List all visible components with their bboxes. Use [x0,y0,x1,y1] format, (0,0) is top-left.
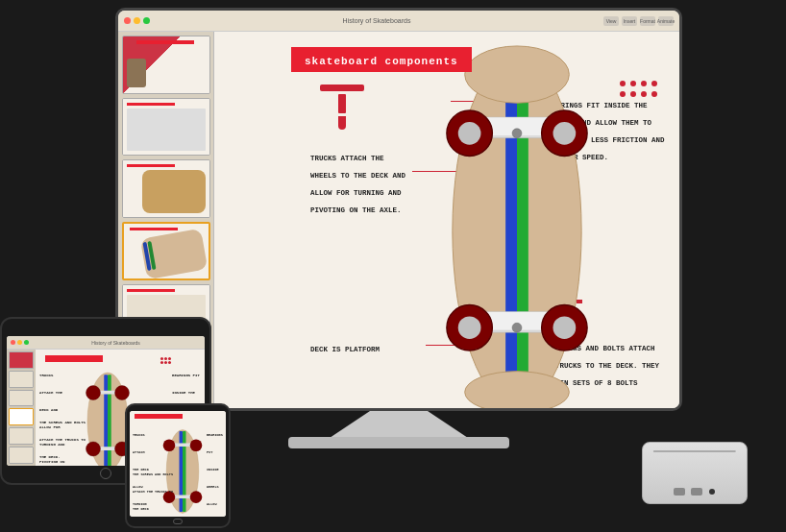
toolbar-animate[interactable]: Animate [658,16,674,26]
mac-mini-port-2 [691,488,702,496]
phone-bearings-label: BEARINGS FIT INSIDE WHEELS ALLOW SPIN LE… [207,433,223,517]
truck-icon [320,85,364,130]
slide-title-banner: skateboard components [291,47,472,72]
minimize-btn[interactable] [134,17,140,24]
tablet-thumb-6[interactable] [9,447,34,464]
svg-rect-21 [108,375,111,466]
phone-screws-label: THE SCREWS AND BOLTS ATTACH THE TRUCKS T… [133,472,173,511]
svg-point-16 [553,316,577,339]
phone: TRUCKS ATTACH THE DECK ALLOW TURNING PIV… [125,403,231,528]
window-title: History of Skateboards [343,17,411,24]
svg-point-4 [465,372,570,408]
slide-thumb-2[interactable] [122,98,210,157]
svg-point-32 [163,439,176,451]
close-btn[interactable] [124,17,131,24]
tablet-thumb-2[interactable] [9,371,34,388]
tablet-screws-label: THE SCREWS AND BOLTS ATTACH THE TRUCKS T… [39,421,86,459]
monitor-base [288,437,509,448]
app-toolbar: History of Skateboards View Insert Forma… [118,11,679,32]
svg-point-23 [86,386,101,400]
svg-point-26 [86,442,101,456]
phone-content: TRUCKS ATTACH THE DECK ALLOW TURNING PIV… [130,411,226,517]
svg-point-18 [512,323,522,332]
svg-point-10 [553,122,577,145]
slide-title: skateboard components [305,56,458,67]
main-slide-canvas: skateboard components TRUCKS ATTACH THE … [214,32,679,408]
svg-point-36 [190,491,203,503]
slide-thumb-4[interactable] [122,222,210,280]
toolbar-view[interactable]: View [603,16,619,26]
maximize-btn[interactable] [143,17,150,24]
slide-thumb-1[interactable] [122,36,210,94]
phone-screen: TRUCKS ATTACH THE DECK ALLOW TURNING PIV… [130,411,226,517]
toolbar-format[interactable]: Format [640,16,655,26]
tablet-thumb-1[interactable] [9,351,34,369]
tablet-bearing-dots [160,357,171,364]
mac-mini [642,442,748,504]
phone-screws-text: THE SCREWS AND BOLTS ATTACH THE TRUCKS T… [133,462,176,514]
tablet-maximize[interactable] [24,340,29,345]
tablet-title: History of Skateboards [91,340,140,346]
tablet-thumb-3[interactable] [9,390,34,407]
toolbar-insert[interactable]: Insert [622,16,637,26]
tablet-close[interactable] [11,340,15,345]
mac-mini-ports [674,488,716,496]
svg-rect-20 [104,375,108,466]
mac-mini-power [709,489,715,495]
tablet-home-button[interactable] [100,468,111,479]
mac-mini-port-1 [674,488,685,496]
tablet-slide-panel[interactable] [7,350,36,466]
svg-point-33 [190,439,203,451]
phone-home-button[interactable] [173,519,183,524]
svg-point-8 [458,122,481,145]
skateboard-image [363,41,671,408]
svg-rect-1 [505,60,517,402]
slide-thumb-3[interactable] [122,159,210,218]
svg-point-17 [512,129,522,138]
svg-point-3 [465,46,570,103]
tablet-screws-text: THE SCREWS AND BOLTS ATTACH THE TRUCKS T… [39,410,87,462]
tablet-thumb-5[interactable] [9,427,34,445]
tablet-toolbar: History of Skateboards [7,336,205,350]
tablet-thumb-4[interactable] [9,408,34,425]
tablet-minimize[interactable] [17,340,22,345]
svg-point-24 [115,386,130,400]
svg-point-14 [458,316,481,339]
phone-bearings-text: BEARINGS FIT INSIDE WHEELS ALLOW SPIN LE… [207,423,224,517]
svg-rect-2 [517,60,528,402]
monitor-stand [327,411,471,440]
